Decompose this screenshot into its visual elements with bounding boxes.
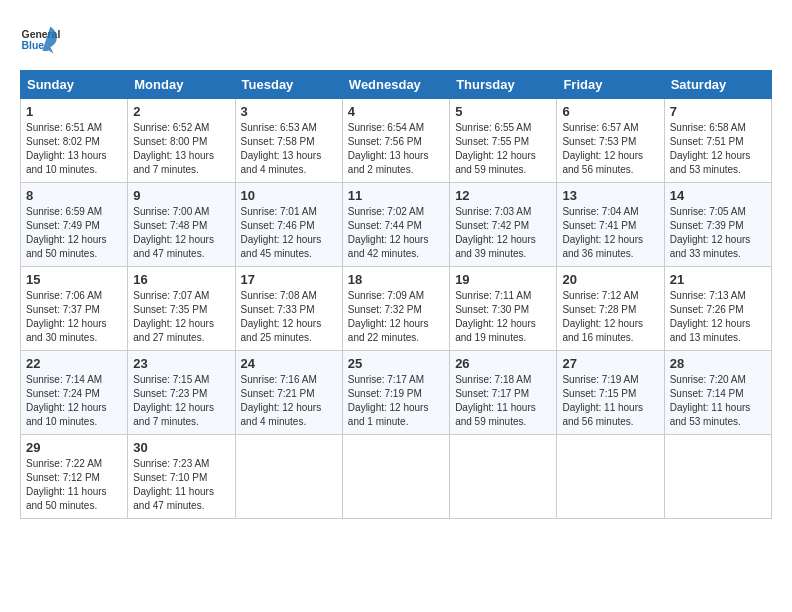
day-info: Sunrise: 7:04 AMSunset: 7:41 PMDaylight:… bbox=[562, 206, 643, 259]
day-info: Sunrise: 7:14 AMSunset: 7:24 PMDaylight:… bbox=[26, 374, 107, 427]
day-cell-12: 12Sunrise: 7:03 AMSunset: 7:42 PMDayligh… bbox=[450, 183, 557, 267]
empty-cell bbox=[342, 435, 449, 519]
col-header-sunday: Sunday bbox=[21, 71, 128, 99]
day-number: 17 bbox=[241, 272, 337, 287]
day-cell-4: 4Sunrise: 6:54 AMSunset: 7:56 PMDaylight… bbox=[342, 99, 449, 183]
day-info: Sunrise: 7:17 AMSunset: 7:19 PMDaylight:… bbox=[348, 374, 429, 427]
day-cell-15: 15Sunrise: 7:06 AMSunset: 7:37 PMDayligh… bbox=[21, 267, 128, 351]
empty-cell bbox=[664, 435, 771, 519]
day-number: 4 bbox=[348, 104, 444, 119]
day-info: Sunrise: 7:23 AMSunset: 7:10 PMDaylight:… bbox=[133, 458, 214, 511]
day-number: 19 bbox=[455, 272, 551, 287]
day-cell-13: 13Sunrise: 7:04 AMSunset: 7:41 PMDayligh… bbox=[557, 183, 664, 267]
day-number: 11 bbox=[348, 188, 444, 203]
day-number: 8 bbox=[26, 188, 122, 203]
empty-cell bbox=[450, 435, 557, 519]
day-number: 26 bbox=[455, 356, 551, 371]
day-info: Sunrise: 6:54 AMSunset: 7:56 PMDaylight:… bbox=[348, 122, 429, 175]
day-number: 20 bbox=[562, 272, 658, 287]
day-cell-17: 17Sunrise: 7:08 AMSunset: 7:33 PMDayligh… bbox=[235, 267, 342, 351]
day-number: 9 bbox=[133, 188, 229, 203]
day-number: 3 bbox=[241, 104, 337, 119]
day-cell-22: 22Sunrise: 7:14 AMSunset: 7:24 PMDayligh… bbox=[21, 351, 128, 435]
day-info: Sunrise: 7:15 AMSunset: 7:23 PMDaylight:… bbox=[133, 374, 214, 427]
day-cell-7: 7Sunrise: 6:58 AMSunset: 7:51 PMDaylight… bbox=[664, 99, 771, 183]
day-cell-28: 28Sunrise: 7:20 AMSunset: 7:14 PMDayligh… bbox=[664, 351, 771, 435]
day-cell-21: 21Sunrise: 7:13 AMSunset: 7:26 PMDayligh… bbox=[664, 267, 771, 351]
day-info: Sunrise: 7:19 AMSunset: 7:15 PMDaylight:… bbox=[562, 374, 643, 427]
day-info: Sunrise: 7:11 AMSunset: 7:30 PMDaylight:… bbox=[455, 290, 536, 343]
day-number: 6 bbox=[562, 104, 658, 119]
day-info: Sunrise: 7:08 AMSunset: 7:33 PMDaylight:… bbox=[241, 290, 322, 343]
day-number: 7 bbox=[670, 104, 766, 119]
col-header-saturday: Saturday bbox=[664, 71, 771, 99]
day-info: Sunrise: 6:53 AMSunset: 7:58 PMDaylight:… bbox=[241, 122, 322, 175]
day-cell-9: 9Sunrise: 7:00 AMSunset: 7:48 PMDaylight… bbox=[128, 183, 235, 267]
day-number: 2 bbox=[133, 104, 229, 119]
day-cell-5: 5Sunrise: 6:55 AMSunset: 7:55 PMDaylight… bbox=[450, 99, 557, 183]
day-number: 15 bbox=[26, 272, 122, 287]
day-info: Sunrise: 7:20 AMSunset: 7:14 PMDaylight:… bbox=[670, 374, 751, 427]
day-cell-26: 26Sunrise: 7:18 AMSunset: 7:17 PMDayligh… bbox=[450, 351, 557, 435]
day-cell-11: 11Sunrise: 7:02 AMSunset: 7:44 PMDayligh… bbox=[342, 183, 449, 267]
day-info: Sunrise: 7:13 AMSunset: 7:26 PMDaylight:… bbox=[670, 290, 751, 343]
day-cell-23: 23Sunrise: 7:15 AMSunset: 7:23 PMDayligh… bbox=[128, 351, 235, 435]
day-info: Sunrise: 7:18 AMSunset: 7:17 PMDaylight:… bbox=[455, 374, 536, 427]
day-number: 14 bbox=[670, 188, 766, 203]
day-cell-25: 25Sunrise: 7:17 AMSunset: 7:19 PMDayligh… bbox=[342, 351, 449, 435]
day-cell-2: 2Sunrise: 6:52 AMSunset: 8:00 PMDaylight… bbox=[128, 99, 235, 183]
col-header-tuesday: Tuesday bbox=[235, 71, 342, 99]
day-cell-3: 3Sunrise: 6:53 AMSunset: 7:58 PMDaylight… bbox=[235, 99, 342, 183]
day-number: 21 bbox=[670, 272, 766, 287]
day-cell-18: 18Sunrise: 7:09 AMSunset: 7:32 PMDayligh… bbox=[342, 267, 449, 351]
day-info: Sunrise: 7:22 AMSunset: 7:12 PMDaylight:… bbox=[26, 458, 107, 511]
day-info: Sunrise: 6:57 AMSunset: 7:53 PMDaylight:… bbox=[562, 122, 643, 175]
day-info: Sunrise: 6:51 AMSunset: 8:02 PMDaylight:… bbox=[26, 122, 107, 175]
day-cell-6: 6Sunrise: 6:57 AMSunset: 7:53 PMDaylight… bbox=[557, 99, 664, 183]
day-cell-19: 19Sunrise: 7:11 AMSunset: 7:30 PMDayligh… bbox=[450, 267, 557, 351]
day-cell-16: 16Sunrise: 7:07 AMSunset: 7:35 PMDayligh… bbox=[128, 267, 235, 351]
day-info: Sunrise: 6:58 AMSunset: 7:51 PMDaylight:… bbox=[670, 122, 751, 175]
day-info: Sunrise: 7:06 AMSunset: 7:37 PMDaylight:… bbox=[26, 290, 107, 343]
day-number: 13 bbox=[562, 188, 658, 203]
day-info: Sunrise: 7:07 AMSunset: 7:35 PMDaylight:… bbox=[133, 290, 214, 343]
day-cell-20: 20Sunrise: 7:12 AMSunset: 7:28 PMDayligh… bbox=[557, 267, 664, 351]
day-cell-1: 1Sunrise: 6:51 AMSunset: 8:02 PMDaylight… bbox=[21, 99, 128, 183]
day-number: 10 bbox=[241, 188, 337, 203]
day-cell-14: 14Sunrise: 7:05 AMSunset: 7:39 PMDayligh… bbox=[664, 183, 771, 267]
empty-cell bbox=[235, 435, 342, 519]
day-number: 12 bbox=[455, 188, 551, 203]
day-info: Sunrise: 7:05 AMSunset: 7:39 PMDaylight:… bbox=[670, 206, 751, 259]
day-cell-29: 29Sunrise: 7:22 AMSunset: 7:12 PMDayligh… bbox=[21, 435, 128, 519]
day-info: Sunrise: 7:03 AMSunset: 7:42 PMDaylight:… bbox=[455, 206, 536, 259]
day-cell-8: 8Sunrise: 6:59 AMSunset: 7:49 PMDaylight… bbox=[21, 183, 128, 267]
day-info: Sunrise: 7:02 AMSunset: 7:44 PMDaylight:… bbox=[348, 206, 429, 259]
col-header-friday: Friday bbox=[557, 71, 664, 99]
day-info: Sunrise: 7:12 AMSunset: 7:28 PMDaylight:… bbox=[562, 290, 643, 343]
page-header: General Blue bbox=[20, 20, 772, 60]
day-info: Sunrise: 6:52 AMSunset: 8:00 PMDaylight:… bbox=[133, 122, 214, 175]
day-number: 18 bbox=[348, 272, 444, 287]
svg-text:Blue: Blue bbox=[22, 40, 45, 51]
day-info: Sunrise: 7:01 AMSunset: 7:46 PMDaylight:… bbox=[241, 206, 322, 259]
day-number: 5 bbox=[455, 104, 551, 119]
day-number: 28 bbox=[670, 356, 766, 371]
day-info: Sunrise: 6:59 AMSunset: 7:49 PMDaylight:… bbox=[26, 206, 107, 259]
day-number: 22 bbox=[26, 356, 122, 371]
day-info: Sunrise: 7:09 AMSunset: 7:32 PMDaylight:… bbox=[348, 290, 429, 343]
day-number: 24 bbox=[241, 356, 337, 371]
day-number: 16 bbox=[133, 272, 229, 287]
day-number: 25 bbox=[348, 356, 444, 371]
col-header-monday: Monday bbox=[128, 71, 235, 99]
empty-cell bbox=[557, 435, 664, 519]
day-info: Sunrise: 7:00 AMSunset: 7:48 PMDaylight:… bbox=[133, 206, 214, 259]
day-cell-30: 30Sunrise: 7:23 AMSunset: 7:10 PMDayligh… bbox=[128, 435, 235, 519]
day-number: 30 bbox=[133, 440, 229, 455]
col-header-wednesday: Wednesday bbox=[342, 71, 449, 99]
day-number: 1 bbox=[26, 104, 122, 119]
calendar-table: SundayMondayTuesdayWednesdayThursdayFrid… bbox=[20, 70, 772, 519]
day-cell-24: 24Sunrise: 7:16 AMSunset: 7:21 PMDayligh… bbox=[235, 351, 342, 435]
day-cell-10: 10Sunrise: 7:01 AMSunset: 7:46 PMDayligh… bbox=[235, 183, 342, 267]
day-number: 27 bbox=[562, 356, 658, 371]
day-info: Sunrise: 6:55 AMSunset: 7:55 PMDaylight:… bbox=[455, 122, 536, 175]
